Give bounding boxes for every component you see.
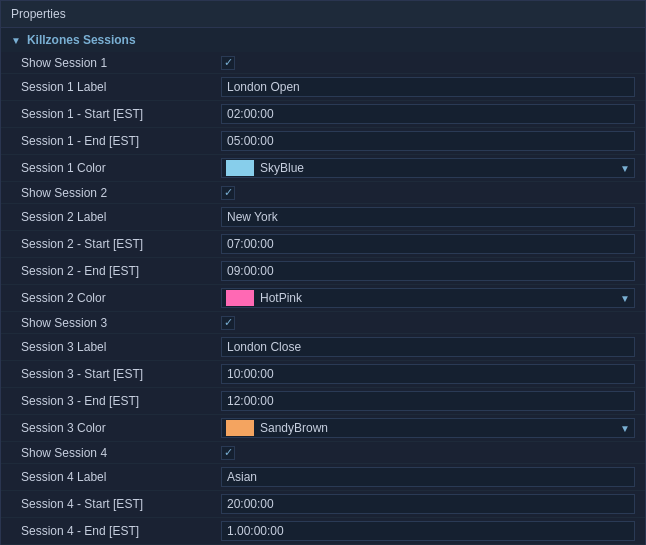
session-3-end-input[interactable] — [221, 391, 635, 411]
session-1-end-value[interactable] — [221, 131, 635, 151]
session-3-color-value[interactable]: SandyBrown ▼ — [221, 418, 635, 438]
show-session-2-value: ✓ — [221, 186, 635, 200]
session-1-label-key: Session 1 Label — [21, 80, 221, 94]
session-4-start-input[interactable] — [221, 494, 635, 514]
show-session-2-label: Show Session 2 — [21, 186, 221, 200]
session-1-start-value[interactable] — [221, 104, 635, 124]
session-3-color-key: Session 3 Color — [21, 421, 221, 435]
session-2-color-select[interactable]: HotPink ▼ — [221, 288, 635, 308]
session-3-color-swatch — [226, 420, 254, 436]
session-3-end-value[interactable] — [221, 391, 635, 411]
session-3-end-row: Session 3 - End [EST] — [1, 388, 645, 415]
session-3-color-row: Session 3 Color SandyBrown ▼ — [1, 415, 645, 442]
session-3-color-select[interactable]: SandyBrown ▼ — [221, 418, 635, 438]
show-session-3-value: ✓ — [221, 316, 635, 330]
session-3-start-value[interactable] — [221, 364, 635, 384]
session-3-label-input[interactable] — [221, 337, 635, 357]
session-1-label-input[interactable] — [221, 77, 635, 97]
session-1-color-name: SkyBlue — [258, 161, 616, 175]
session-3-color-arrow: ▼ — [616, 423, 634, 434]
section-label: Killzones Sessions — [27, 33, 136, 47]
session-2-color-swatch — [226, 290, 254, 306]
section-header[interactable]: ▼ Killzones Sessions — [1, 28, 645, 52]
session-2-label-key: Session 2 Label — [21, 210, 221, 224]
session-1-end-key: Session 1 - End [EST] — [21, 134, 221, 148]
session-2-label-input[interactable] — [221, 207, 635, 227]
session-4-start-value[interactable] — [221, 494, 635, 514]
show-session-4-row: Show Session 4 ✓ — [1, 442, 645, 464]
session-3-label-row: Session 3 Label — [1, 334, 645, 361]
session-1-end-row: Session 1 - End [EST] — [1, 128, 645, 155]
session-2-start-key: Session 2 - Start [EST] — [21, 237, 221, 251]
session-3-label-value[interactable] — [221, 337, 635, 357]
show-session-4-label: Show Session 4 — [21, 446, 221, 460]
show-session-3-label: Show Session 3 — [21, 316, 221, 330]
show-session-4-checkbox[interactable]: ✓ — [221, 446, 235, 460]
show-session-1-checkbox[interactable]: ✓ — [221, 56, 235, 70]
session-4-start-key: Session 4 - Start [EST] — [21, 497, 221, 511]
panel-title: Properties — [11, 7, 66, 21]
session-4-end-row: Session 4 - End [EST] — [1, 518, 645, 545]
show-session-1-label: Show Session 1 — [21, 56, 221, 70]
session-4-label-input[interactable] — [221, 467, 635, 487]
session-2-color-arrow: ▼ — [616, 293, 634, 304]
show-session-2-row: Show Session 2 ✓ — [1, 182, 645, 204]
session-2-start-input[interactable] — [221, 234, 635, 254]
session-1-label-value[interactable] — [221, 77, 635, 97]
session-2-end-value[interactable] — [221, 261, 635, 281]
session-3-start-row: Session 3 - Start [EST] — [1, 361, 645, 388]
show-session-4-value: ✓ — [221, 446, 635, 460]
session-4-end-key: Session 4 - End [EST] — [21, 524, 221, 538]
session-1-color-select[interactable]: SkyBlue ▼ — [221, 158, 635, 178]
session-1-label-row: Session 1 Label — [1, 74, 645, 101]
session-2-end-input[interactable] — [221, 261, 635, 281]
session-4-label-value[interactable] — [221, 467, 635, 487]
session-3-end-key: Session 3 - End [EST] — [21, 394, 221, 408]
session-1-start-row: Session 1 - Start [EST] — [1, 101, 645, 128]
session-1-color-row: Session 1 Color SkyBlue ▼ — [1, 155, 645, 182]
show-session-1-row: Show Session 1 ✓ — [1, 52, 645, 74]
sessions-container: Show Session 1 ✓ Session 1 Label Session… — [1, 52, 645, 545]
session-1-start-key: Session 1 - Start [EST] — [21, 107, 221, 121]
session-4-end-value[interactable] — [221, 521, 635, 541]
session-2-color-row: Session 2 Color HotPink ▼ — [1, 285, 645, 312]
session-2-start-row: Session 2 - Start [EST] — [1, 231, 645, 258]
session-2-color-name: HotPink — [258, 291, 616, 305]
session-4-end-input[interactable] — [221, 521, 635, 541]
session-1-color-value[interactable]: SkyBlue ▼ — [221, 158, 635, 178]
session-1-color-swatch — [226, 160, 254, 176]
session-2-label-value[interactable] — [221, 207, 635, 227]
session-3-color-name: SandyBrown — [258, 421, 616, 435]
session-4-label-key: Session 4 Label — [21, 470, 221, 484]
show-session-2-checkbox[interactable]: ✓ — [221, 186, 235, 200]
session-2-color-key: Session 2 Color — [21, 291, 221, 305]
session-2-start-value[interactable] — [221, 234, 635, 254]
session-2-end-row: Session 2 - End [EST] — [1, 258, 645, 285]
session-1-start-input[interactable] — [221, 104, 635, 124]
session-4-start-row: Session 4 - Start [EST] — [1, 491, 645, 518]
show-session-3-row: Show Session 3 ✓ — [1, 312, 645, 334]
session-4-label-row: Session 4 Label — [1, 464, 645, 491]
session-1-color-key: Session 1 Color — [21, 161, 221, 175]
session-2-end-key: Session 2 - End [EST] — [21, 264, 221, 278]
properties-panel: Properties ▼ Killzones Sessions Show Ses… — [0, 0, 646, 545]
section-arrow: ▼ — [11, 35, 21, 46]
session-1-color-arrow: ▼ — [616, 163, 634, 174]
session-2-label-row: Session 2 Label — [1, 204, 645, 231]
session-3-label-key: Session 3 Label — [21, 340, 221, 354]
panel-header: Properties — [1, 1, 645, 28]
show-session-1-value: ✓ — [221, 56, 635, 70]
session-3-start-key: Session 3 - Start [EST] — [21, 367, 221, 381]
session-3-start-input[interactable] — [221, 364, 635, 384]
session-1-end-input[interactable] — [221, 131, 635, 151]
show-session-3-checkbox[interactable]: ✓ — [221, 316, 235, 330]
session-2-color-value[interactable]: HotPink ▼ — [221, 288, 635, 308]
